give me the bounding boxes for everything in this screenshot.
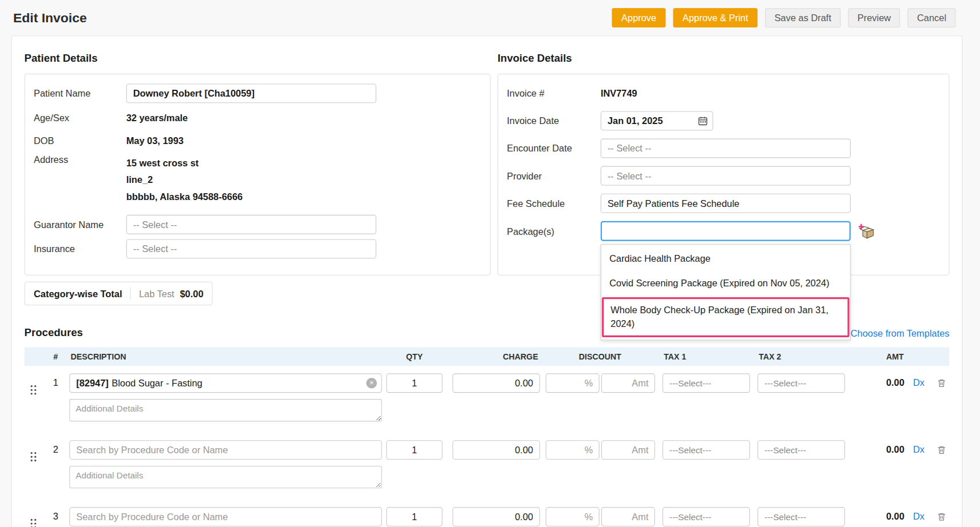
- page-title: Edit Invoice: [13, 10, 87, 25]
- qty-input[interactable]: [386, 507, 442, 526]
- column-number: #: [42, 352, 69, 361]
- guarantor-select[interactable]: -- Select --: [126, 215, 376, 234]
- provider-select[interactable]: -- Select --: [601, 166, 851, 186]
- procedure-description-input[interactable]: [82947]Blood Sugar - Fasting: [69, 373, 382, 393]
- row-number: 3: [42, 507, 69, 521]
- invoice-date-input[interactable]: [601, 111, 713, 130]
- insurance-label: Insurance: [34, 243, 126, 254]
- trash-icon[interactable]: [937, 513, 946, 524]
- page: Edit Invoice Approve Approve & Print Sav…: [0, 0, 980, 527]
- invoice-number-value: INV7749: [601, 88, 637, 99]
- fee-schedule-input[interactable]: [601, 194, 851, 213]
- tax1-select[interactable]: ---Select---: [662, 507, 750, 526]
- preview-button[interactable]: Preview: [848, 8, 900, 27]
- approve-button[interactable]: Approve: [612, 8, 666, 27]
- amount-value: 0.00: [848, 373, 906, 388]
- row-number: 1: [42, 373, 69, 388]
- topbar: Edit Invoice Approve Approve & Print Sav…: [0, 0, 980, 35]
- address-line-1: 15 west cross st: [126, 154, 243, 171]
- discount-amount-input[interactable]: [601, 440, 654, 460]
- procedure-search-input[interactable]: [69, 507, 382, 526]
- procedures-title: Procedures: [25, 326, 83, 339]
- column-discount: DISCOUNT: [542, 352, 658, 361]
- packages-field: Cardiac Health Package Covid Screening P…: [601, 221, 851, 241]
- approve-print-button[interactable]: Approve & Print: [673, 8, 758, 27]
- dx-link[interactable]: Dx: [906, 373, 932, 388]
- package-option-covid[interactable]: Covid Screening Package (Expired on Nov …: [601, 271, 850, 296]
- invoice-details-box: Invoice # INV7749 Invoice Date E: [498, 74, 950, 276]
- insurance-select[interactable]: -- Select --: [126, 239, 376, 258]
- tax2-select[interactable]: ---Select---: [757, 440, 845, 460]
- invoice-date-label: Invoice Date: [507, 115, 601, 126]
- patient-name-input[interactable]: [126, 83, 376, 103]
- category-total-label: Category-wise Total: [34, 288, 122, 299]
- trash-icon[interactable]: [937, 446, 946, 457]
- dob-label: DOB: [34, 135, 126, 146]
- amount-value: 0.00: [848, 507, 906, 521]
- column-qty: QTY: [382, 352, 447, 361]
- encounter-date-select[interactable]: -- Select --: [601, 139, 851, 158]
- amount-value: 0.00: [848, 440, 906, 454]
- category-wise-total: Category-wise Total Lab Test $0.00: [25, 282, 213, 306]
- invoice-date-field: [601, 111, 713, 130]
- dx-link[interactable]: Dx: [906, 507, 932, 521]
- trash-icon[interactable]: [937, 380, 946, 390]
- guarantor-name-label: Guarantor Name: [34, 219, 126, 230]
- column-charge: CHARGE: [447, 352, 542, 361]
- tax1-select[interactable]: ---Select---: [662, 440, 750, 460]
- qty-input[interactable]: [386, 373, 442, 393]
- tax1-select[interactable]: ---Select---: [662, 373, 750, 393]
- column-description: DESCRIPTION: [69, 352, 382, 361]
- additional-details-textarea[interactable]: [69, 399, 382, 421]
- column-amt: AMT: [848, 352, 906, 361]
- address-label: Address: [34, 154, 126, 165]
- fee-schedule-label: Fee Schedule: [507, 198, 601, 209]
- column-tax1: TAX 1: [658, 352, 753, 361]
- package-option-whole-body-highlighted[interactable]: Whole Body Check-Up Package (Expired on …: [602, 297, 850, 337]
- discount-amount-input[interactable]: [601, 373, 654, 393]
- package-dropdown: Cardiac Health Package Covid Screening P…: [601, 244, 851, 340]
- patient-name-label: Patient Name: [34, 88, 126, 99]
- invoice-edit-card: Patient Details Patient Name Age/Sex 32 …: [11, 35, 963, 527]
- patient-details-box: Patient Name Age/Sex 32 years/male DOB M…: [25, 74, 491, 276]
- discount-percent-input[interactable]: [545, 373, 599, 393]
- cancel-button[interactable]: Cancel: [908, 8, 956, 27]
- tax2-select[interactable]: ---Select---: [757, 373, 845, 393]
- column-tax2: TAX 2: [753, 352, 848, 361]
- procedure-search-input[interactable]: [69, 440, 382, 460]
- drag-handle-icon[interactable]: [30, 452, 36, 461]
- additional-details-textarea[interactable]: [69, 466, 382, 488]
- clear-icon[interactable]: ×: [366, 378, 377, 389]
- packages-input[interactable]: [601, 221, 851, 241]
- discount-amount-input[interactable]: [601, 507, 654, 526]
- drag-handle-icon[interactable]: [30, 519, 36, 527]
- charge-input[interactable]: [453, 440, 540, 460]
- provider-label: Provider: [507, 170, 601, 181]
- discount-percent-input[interactable]: [545, 440, 599, 460]
- add-package-icon[interactable]: [858, 222, 874, 239]
- charge-input[interactable]: [453, 507, 540, 526]
- encounter-date-label: Encounter Date: [507, 143, 601, 154]
- tax2-select[interactable]: ---Select---: [757, 507, 845, 526]
- drag-handle-icon[interactable]: [30, 385, 36, 394]
- choose-from-templates-link[interactable]: Choose from Templates: [851, 328, 950, 338]
- save-as-draft-button[interactable]: Save as Draft: [765, 8, 840, 27]
- row-number: 2: [42, 440, 69, 454]
- charge-input[interactable]: [453, 373, 540, 393]
- invoice-number-label: Invoice #: [507, 88, 601, 99]
- dob-value: May 03, 1993: [126, 135, 184, 146]
- procedure-row-2: 2 ---Select--- ---Select--- 0.00 Dx: [25, 433, 950, 500]
- discount-percent-input[interactable]: [545, 507, 599, 526]
- category-name: Lab Test: [139, 288, 174, 299]
- package-option-cardiac[interactable]: Cardiac Health Package: [601, 246, 850, 271]
- category-amount: $0.00: [180, 288, 203, 299]
- dx-link[interactable]: Dx: [906, 440, 932, 454]
- packages-label: Package(s): [507, 226, 601, 237]
- qty-input[interactable]: [386, 440, 442, 460]
- address-line-2: line_2: [126, 171, 243, 187]
- age-sex-value: 32 years/male: [126, 112, 188, 123]
- address-value: 15 west cross st line_2 bbbbb, Alaska 94…: [126, 154, 243, 205]
- calendar-icon[interactable]: [697, 115, 708, 126]
- divider: [130, 288, 131, 300]
- procedure-row-3: 3 ---Select--- ---Select--- 0.00 Dx: [25, 500, 950, 527]
